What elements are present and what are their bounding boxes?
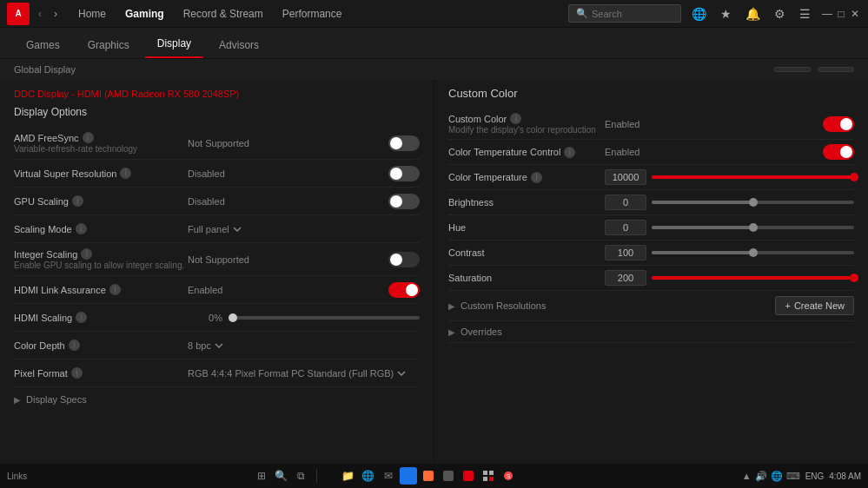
taskbar-app4-icon[interactable] (460, 467, 477, 485)
cc-brightness-value-input[interactable] (605, 195, 646, 210)
hdmi-link-toggle[interactable] (388, 282, 420, 298)
cc-hue-value-input[interactable] (605, 220, 646, 235)
right-panel: Custom Color Custom Color i Modify the d… (434, 80, 868, 485)
taskbar-app1-icon[interactable] (400, 467, 417, 485)
taskbar-app2-icon[interactable] (420, 467, 437, 485)
tray-expand-icon[interactable]: ▲ (742, 471, 752, 481)
cc-hue-slider-row (605, 220, 854, 235)
cc-temp-slider-track[interactable] (652, 175, 854, 179)
cc-saturation-slider-thumb[interactable] (850, 274, 858, 282)
pixel-format-dropdown[interactable]: RGB 4:4:4 Pixel Format PC Standard (Full… (188, 368, 420, 379)
overrides-expand[interactable]: ▶ Overrides (448, 321, 854, 343)
minimize-button[interactable]: — (821, 8, 833, 20)
hdmi-link-info-icon[interactable]: i (109, 284, 121, 295)
cc-custom-color-toggle[interactable] (823, 116, 854, 132)
scaling-mode-dropdown[interactable]: Full panel (188, 224, 420, 234)
nav-gaming[interactable]: Gaming (116, 4, 173, 23)
taskbar-app5-icon[interactable] (480, 467, 497, 485)
window-controls: — □ ✕ (821, 8, 861, 20)
star-icon[interactable]: ★ (717, 5, 735, 23)
integer-scaling-sublabel: Enable GPU scaling to allow integer scal… (14, 260, 188, 270)
cc-contrast-label: Contrast (448, 247, 605, 258)
search-box[interactable]: 🔍 (568, 4, 681, 23)
pixel-format-info-icon[interactable]: i (71, 367, 83, 379)
nav-forward-button[interactable]: › (50, 6, 61, 22)
hdmi-scaling-track[interactable] (229, 316, 420, 320)
vsr-info-icon[interactable]: i (120, 168, 131, 179)
tray-volume-icon[interactable]: 🔊 (755, 471, 767, 482)
cc-brightness-slider-track[interactable] (652, 201, 854, 204)
cc-saturation-slider-track[interactable] (652, 276, 854, 280)
tab-advisors[interactable]: Advisors (207, 32, 271, 58)
integer-scaling-toggle[interactable] (388, 252, 420, 267)
maximize-button[interactable]: □ (835, 8, 847, 20)
cc-hue-label: Hue (448, 222, 605, 233)
tray-keyboard-icon[interactable]: ⌨ (786, 471, 800, 482)
taskbar-center: ⊞ 🔍 ⧉ 📁 🌐 ✉ S (253, 467, 517, 485)
vsr-value: Disabled (188, 168, 388, 179)
cc-contrast-slider-track[interactable] (652, 251, 854, 254)
freesync-label: AMD FreeSync i (14, 132, 188, 143)
menu-icon[interactable]: ☰ (796, 5, 814, 23)
global-display-btn1[interactable] (774, 67, 811, 72)
taskbar-app6-icon[interactable]: S (500, 467, 517, 485)
cc-contrast-value-input[interactable] (605, 245, 646, 260)
search-input[interactable] (592, 9, 673, 19)
nav-back-button[interactable]: ‹ (35, 6, 45, 22)
freesync-toggle[interactable] (388, 135, 420, 151)
taskbar-lang-label: ENG (805, 472, 825, 481)
settings-icon[interactable]: ⚙ (771, 5, 789, 23)
cc-hue-slider-track[interactable] (652, 226, 854, 229)
cc-row-contrast: Contrast (448, 241, 854, 266)
cc-temp-control-toggle[interactable] (823, 144, 854, 160)
color-depth-info-icon[interactable]: i (69, 340, 80, 351)
bell-icon[interactable]: 🔔 (742, 5, 764, 23)
scaling-mode-info-icon[interactable]: i (76, 223, 87, 234)
cc-brightness-slider-thumb[interactable] (749, 198, 758, 207)
cc-hue-slider-thumb[interactable] (749, 223, 758, 232)
cc-temp-control-info-icon[interactable]: i (564, 147, 575, 158)
tab-games[interactable]: Games (14, 32, 72, 58)
hdmi-scaling-thumb[interactable] (229, 313, 237, 322)
taskbar-mail-icon[interactable]: ✉ (380, 467, 397, 485)
hdmi-scaling-info-icon[interactable]: i (76, 312, 87, 323)
freesync-value: Not Supported (188, 138, 388, 148)
integer-scaling-info-icon[interactable]: i (81, 248, 92, 260)
svg-rect-7 (489, 477, 494, 481)
taskbar-task-view-icon[interactable]: ⧉ (293, 467, 310, 485)
taskbar-explorer-icon[interactable]: 📁 (340, 467, 357, 485)
display-specs-expand[interactable]: ▶ Display Specs (14, 387, 420, 412)
vsr-toggle[interactable] (388, 166, 420, 181)
color-depth-dropdown[interactable]: 8 bpc (188, 340, 420, 351)
nav-record-stream[interactable]: Record & Stream (175, 4, 272, 23)
gpu-scaling-info-icon[interactable]: i (72, 195, 83, 207)
cc-saturation-label: Saturation (448, 273, 605, 283)
cc-saturation-slider-row (605, 270, 854, 286)
tray-network-icon[interactable]: 🌐 (771, 471, 783, 482)
global-display-btn2[interactable] (818, 67, 854, 72)
custom-resolutions-expand[interactable]: ▶ Custom Resolutions + Create New (448, 291, 854, 321)
taskbar-edge-icon[interactable]: 🌐 (360, 467, 377, 485)
cc-temp-slider-info-icon[interactable]: i (531, 172, 542, 183)
globe-icon[interactable]: 🌐 (688, 5, 710, 23)
taskbar-search-icon[interactable]: 🔍 (273, 467, 290, 485)
freesync-info-icon[interactable]: i (83, 132, 94, 143)
nav-performance[interactable]: Performance (274, 4, 351, 23)
gpu-scaling-toggle[interactable] (388, 194, 420, 209)
taskbar-app3-icon[interactable] (440, 467, 457, 485)
cc-contrast-slider-thumb[interactable] (749, 248, 758, 257)
taskbar-windows-icon[interactable]: ⊞ (253, 467, 270, 485)
chevron-down-icon (233, 225, 242, 234)
cc-saturation-value-input[interactable] (605, 270, 646, 286)
tab-graphics[interactable]: Graphics (76, 32, 142, 58)
cc-custom-color-value: Enabled (605, 119, 657, 129)
app1-svg (402, 470, 414, 482)
nav-home[interactable]: Home (70, 4, 115, 23)
tab-display[interactable]: Display (145, 30, 203, 58)
create-new-button[interactable]: + Create New (775, 296, 854, 315)
cc-temp-value-input[interactable] (605, 169, 646, 185)
cc-temp-slider-thumb[interactable] (850, 173, 858, 181)
cc-custom-color-info-icon[interactable]: i (510, 113, 521, 124)
close-button[interactable]: ✕ (849, 8, 861, 20)
hdmi-scaling-value: 0% (188, 313, 222, 323)
